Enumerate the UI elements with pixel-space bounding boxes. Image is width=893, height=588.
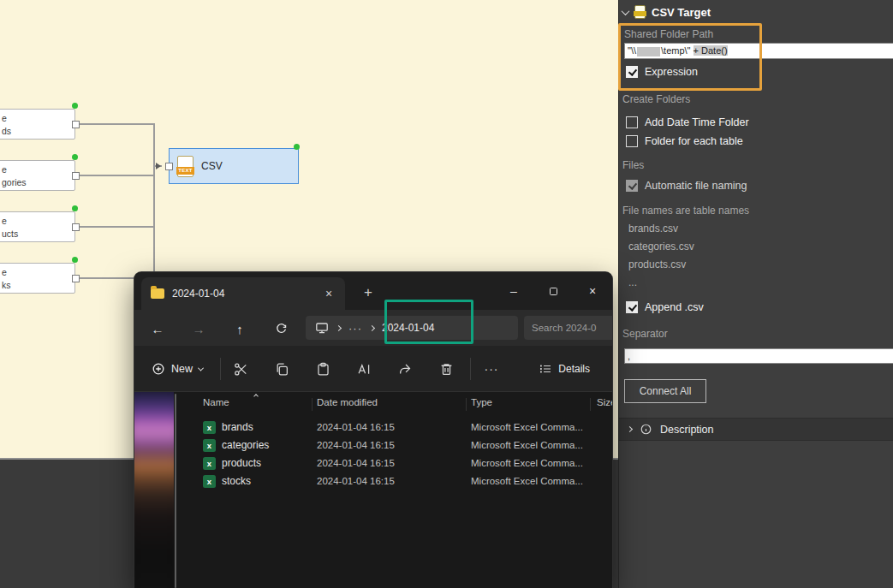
refresh-button[interactable] (268, 317, 294, 341)
file-date-modified: 2024-01-04 16:15 (317, 458, 395, 468)
expression-row[interactable]: Expression (619, 66, 893, 80)
csv-target-node[interactable]: TEXT CSV (169, 148, 299, 184)
navigation-pane[interactable] (134, 392, 174, 588)
input-port[interactable] (165, 163, 173, 170)
text-badge: TEXT (176, 167, 194, 175)
file-date-modified: 2024-01-04 16:15 (317, 440, 395, 450)
share-button[interactable] (390, 354, 420, 383)
more-options-button[interactable]: ··· (477, 354, 506, 383)
file-row-brands[interactable]: x brands 2024-01-04 16:15 Microsoft Exce… (179, 419, 612, 437)
pane-scrollbar[interactable] (175, 394, 176, 588)
sort-ascending-icon (253, 394, 259, 399)
paste-button[interactable] (308, 354, 337, 383)
source-node-products[interactable]: eucts (0, 211, 75, 242)
source-node-stocks[interactable]: eks (0, 263, 75, 294)
window-controls: – × (494, 272, 612, 310)
source-node-brands[interactable]: eds (0, 109, 75, 140)
file-type: Microsoft Excel Comma... (471, 458, 583, 468)
rename-icon (357, 362, 372, 377)
file-name: categories (222, 439, 269, 451)
file-name: products (222, 457, 261, 469)
wire (79, 123, 154, 125)
copy-icon (275, 362, 289, 377)
node-status-dot (72, 205, 78, 211)
add-date-time-folder-checkbox[interactable] (626, 116, 638, 128)
breadcrumb-chevron-icon (336, 324, 342, 330)
column-divider[interactable] (312, 398, 313, 411)
new-button[interactable]: New (143, 355, 211, 383)
file-type: Microsoft Excel Comma... (471, 422, 583, 432)
folder-for-each-table-checkbox[interactable] (626, 135, 638, 147)
file-row-stocks[interactable]: x stocks 2024-01-04 16:15 Microsoft Exce… (179, 473, 612, 491)
automatic-file-naming-checkbox[interactable] (626, 180, 638, 192)
rename-button[interactable] (349, 354, 378, 383)
column-header-date-modified[interactable]: Date modified (317, 397, 378, 407)
panel-header[interactable]: CSV Target (622, 5, 711, 19)
breadcrumb-collapsed-ellipsis[interactable]: ··· (348, 322, 362, 335)
circle-plus-icon (152, 362, 165, 376)
path-prefix: "\\ (628, 45, 636, 56)
file-name: brands (222, 421, 253, 433)
new-tab-button[interactable]: + (355, 281, 381, 305)
append-csv-label: Append .csv (645, 301, 704, 314)
column-header-type[interactable]: Type (471, 397, 492, 407)
node-text: egories (0, 161, 74, 189)
file-date-modified: 2024-01-04 16:15 (317, 422, 395, 432)
output-port[interactable] (72, 223, 80, 231)
file-name-brands-csv: brands.csv (628, 223, 678, 235)
node-text: eks (0, 264, 74, 292)
column-header-size[interactable]: Size (597, 397, 612, 407)
details-view-icon (539, 362, 552, 376)
minimize-button[interactable]: – (494, 272, 533, 310)
file-row-categories[interactable]: x categories 2024-01-04 16:15 Microsoft … (179, 437, 612, 455)
path-mid: \temp\" (661, 45, 694, 56)
toolbar-divider (470, 358, 471, 380)
file-type: Microsoft Excel Comma... (471, 440, 583, 450)
expression-checkbox[interactable] (626, 66, 638, 78)
separator-input[interactable]: , (624, 348, 893, 364)
close-button[interactable]: × (573, 272, 612, 310)
cut-button[interactable] (226, 354, 255, 383)
node-text: eds (0, 110, 74, 138)
copy-button[interactable] (267, 354, 296, 383)
add-date-time-folder-row[interactable]: Add Date Time Folder (619, 116, 893, 130)
chevron-down-icon[interactable] (622, 7, 630, 15)
address-bar[interactable]: ··· 2024-01-04 (306, 316, 518, 340)
forward-button[interactable]: → (186, 317, 211, 341)
chevron-right-icon[interactable] (627, 426, 633, 432)
new-button-label: New (171, 363, 193, 375)
file-type: Microsoft Excel Comma... (471, 476, 583, 486)
explorer-tab[interactable]: 2024-01-04 × (141, 277, 345, 310)
node-status-dot (294, 144, 300, 150)
source-node-categories[interactable]: egories (0, 160, 75, 191)
column-header-name[interactable]: Name (203, 397, 229, 407)
output-port[interactable] (72, 121, 80, 128)
description-section-header[interactable]: Description (619, 418, 893, 441)
append-csv-checkbox[interactable] (626, 301, 638, 313)
output-port[interactable] (72, 172, 80, 180)
maximize-button[interactable] (533, 272, 573, 310)
delete-button[interactable] (432, 354, 461, 383)
file-row-products[interactable]: x products 2024-01-04 16:15 Microsoft Ex… (179, 455, 612, 473)
search-input[interactable]: Search 2024-0 (524, 316, 612, 340)
view-details-button[interactable]: Details (532, 355, 597, 383)
connect-all-button[interactable]: Connect All (624, 379, 706, 403)
shared-folder-path-input[interactable]: "\\\temp\" + Date() (624, 43, 893, 59)
column-divider[interactable] (590, 398, 591, 411)
folder-for-each-table-label: Folder for each table (645, 135, 743, 148)
wire-trunk (153, 123, 155, 279)
share-icon (398, 362, 413, 377)
csv-node-label: CSV (201, 160, 223, 172)
breadcrumb-current-folder[interactable]: 2024-01-04 (382, 322, 434, 334)
back-button[interactable]: ← (145, 317, 170, 341)
column-divider[interactable] (466, 398, 467, 411)
append-csv-row[interactable]: Append .csv (619, 301, 893, 315)
file-explorer-window[interactable]: 2024-01-04 × + – × ← → ↑ (134, 272, 612, 588)
tab-close-button[interactable]: × (318, 282, 340, 305)
up-button[interactable]: ↑ (227, 317, 253, 341)
folder-for-each-table-row[interactable]: Folder for each table (619, 135, 893, 149)
explorer-titlebar[interactable]: 2024-01-04 × + – × (134, 272, 612, 310)
automatic-file-naming-row[interactable]: Automatic file naming (619, 180, 893, 193)
output-port[interactable] (72, 275, 80, 282)
wire (79, 175, 154, 176)
